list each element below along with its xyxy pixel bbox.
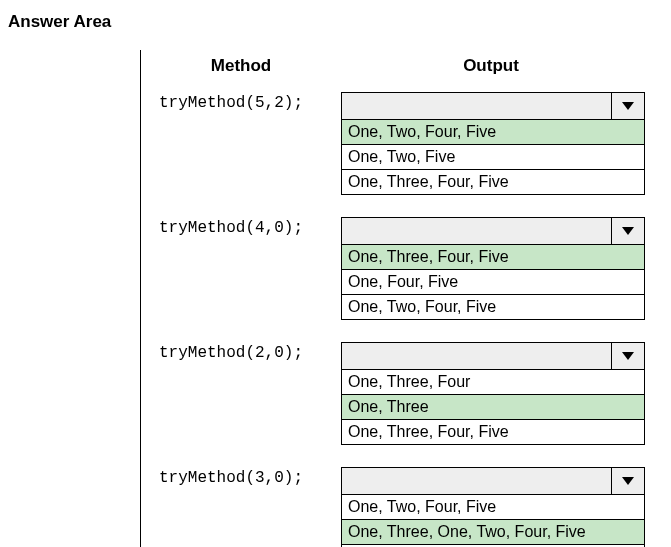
chevron-down-icon[interactable] [612, 343, 644, 369]
method-call-label: tryMethod(4,0); [141, 217, 341, 237]
dropdown-option[interactable]: One, Two, Four, Five [341, 120, 645, 145]
svg-marker-1 [622, 227, 634, 235]
output-dropdown[interactable] [341, 217, 645, 245]
method-row: tryMethod(3,0);One, Two, Four, FiveOne, … [141, 467, 671, 547]
method-call-label: tryMethod(2,0); [141, 342, 341, 362]
dropdown-option[interactable]: One, Three, Four, Five [341, 420, 645, 445]
output-dropdown[interactable] [341, 467, 645, 495]
header-row: Method Output [141, 56, 671, 76]
method-row: tryMethod(4,0);One, Three, Four, FiveOne… [141, 217, 671, 320]
dropdown-selected-value [342, 468, 612, 494]
output-dropdown[interactable] [341, 92, 645, 120]
dropdown-option[interactable]: One, Four, Five [341, 270, 645, 295]
dropdown-option[interactable]: One, Three, Four, Five [341, 245, 645, 270]
dropdown-option[interactable]: One, Three, One, Two, Four, Five [341, 520, 645, 545]
answer-area: Method Output tryMethod(5,2);One, Two, F… [140, 50, 671, 547]
page-title: Answer Area [0, 12, 671, 32]
method-call-label: tryMethod(5,2); [141, 92, 341, 112]
output-block: One, Two, Four, FiveOne, Two, FiveOne, T… [341, 92, 645, 195]
dropdown-option[interactable]: One, Three [341, 395, 645, 420]
header-method: Method [141, 56, 341, 76]
output-block: One, Two, Four, FiveOne, Three, One, Two… [341, 467, 645, 547]
svg-marker-2 [622, 352, 634, 360]
method-row: tryMethod(5,2);One, Two, Four, FiveOne, … [141, 92, 671, 195]
output-dropdown[interactable] [341, 342, 645, 370]
method-row: tryMethod(2,0);One, Three, FourOne, Thre… [141, 342, 671, 445]
dropdown-option[interactable]: One, Three, Four [341, 370, 645, 395]
svg-marker-3 [622, 477, 634, 485]
dropdown-option[interactable]: One, Two, Five [341, 145, 645, 170]
header-output: Output [341, 56, 641, 76]
chevron-down-icon[interactable] [612, 468, 644, 494]
dropdown-selected-value [342, 93, 612, 119]
chevron-down-icon[interactable] [612, 93, 644, 119]
dropdown-selected-value [342, 218, 612, 244]
output-block: One, Three, Four, FiveOne, Four, FiveOne… [341, 217, 645, 320]
method-call-label: tryMethod(3,0); [141, 467, 341, 487]
dropdown-option[interactable]: One, Two, Four, Five [341, 495, 645, 520]
output-block: One, Three, FourOne, ThreeOne, Three, Fo… [341, 342, 645, 445]
dropdown-option[interactable]: One, Three, Four, Five [341, 170, 645, 195]
dropdown-option[interactable]: One, Two, Four, Five [341, 295, 645, 320]
dropdown-selected-value [342, 343, 612, 369]
svg-marker-0 [622, 102, 634, 110]
chevron-down-icon[interactable] [612, 218, 644, 244]
